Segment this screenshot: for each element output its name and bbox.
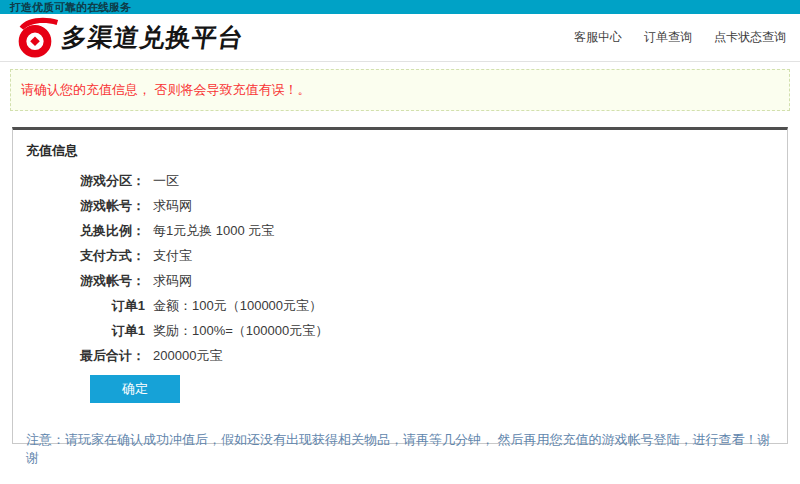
nav-item-card-status-query[interactable]: 点卡状态查询 [714, 29, 786, 46]
info-row: 订单1 金额：100元（100000元宝） [25, 293, 775, 318]
confirm-button[interactable]: 确定 [90, 375, 180, 403]
brand-name: 多渠道兑换平台 [60, 21, 247, 54]
row-value: 求码网 [153, 193, 192, 218]
panel-title: 充值信息 [25, 138, 775, 168]
row-label: 最后合计： [25, 343, 145, 368]
recharge-warning-alert: 请确认您的充值信息， 否则将会导致充值有误！。 [10, 69, 790, 111]
footer-note: 注意：请玩家在确认成功冲值后，假如还没有出现获得相关物品，请再等几分钟， 然后再… [25, 431, 775, 467]
row-value: 金额：100元（100000元宝） [153, 293, 322, 318]
row-value: 200000元宝 [153, 343, 222, 368]
info-row: 游戏帐号： 求码网 [25, 193, 775, 218]
top-slogan-bar: 打造优质可靠的在线服务 [0, 0, 800, 14]
brand-logo-icon [10, 13, 60, 62]
info-row: 订单1 奖励：100%=（100000元宝） [25, 318, 775, 343]
row-value: 求码网 [153, 268, 192, 293]
row-label: 订单1 [25, 318, 145, 343]
info-row: 游戏分区： 一区 [25, 168, 775, 193]
info-row: 支付方式： 支付宝 [25, 243, 775, 268]
brand[interactable]: 多渠道兑换平台 [10, 13, 244, 62]
header-nav: 客服中心 订单查询 点卡状态查询 [574, 29, 786, 46]
row-value: 支付宝 [153, 243, 192, 268]
row-label: 订单1 [25, 293, 145, 318]
row-label: 游戏帐号： [25, 193, 145, 218]
info-row: 兑换比例： 每1元兑换 1000 元宝 [25, 218, 775, 243]
row-label: 游戏分区： [25, 168, 145, 193]
info-rows: 游戏分区： 一区 游戏帐号： 求码网 兑换比例： 每1元兑换 1000 元宝 支… [25, 168, 775, 368]
row-label: 兑换比例： [25, 218, 145, 243]
row-label: 游戏帐号： [25, 268, 145, 293]
row-value: 奖励：100%=（100000元宝） [153, 318, 328, 343]
alert-message: 请确认您的充值信息， 否则将会导致充值有误！。 [21, 82, 311, 97]
slogan-text: 打造优质可靠的在线服务 [10, 1, 131, 13]
row-value: 每1元兑换 1000 元宝 [153, 218, 274, 243]
header: 多渠道兑换平台 客服中心 订单查询 点卡状态查询 [0, 14, 800, 62]
info-row: 最后合计： 200000元宝 [25, 343, 775, 368]
row-label: 支付方式： [25, 243, 145, 268]
row-value: 一区 [153, 168, 179, 193]
recharge-info-panel: 充值信息 游戏分区： 一区 游戏帐号： 求码网 兑换比例： 每1元兑换 1000… [12, 127, 788, 444]
nav-item-customer-service[interactable]: 客服中心 [574, 29, 622, 46]
info-row: 游戏帐号： 求码网 [25, 268, 775, 293]
nav-item-order-query[interactable]: 订单查询 [644, 29, 692, 46]
